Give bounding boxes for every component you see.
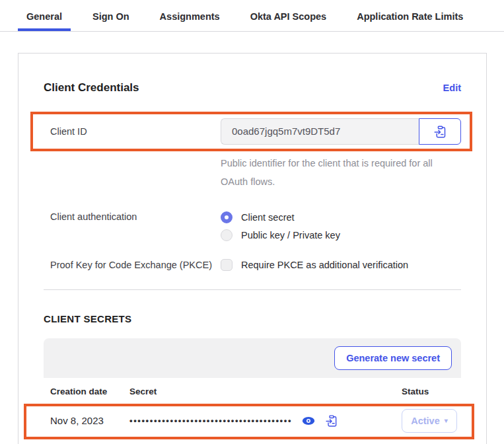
tab-bar: General Sign On Assignments Okta API Sco…: [0, 0, 504, 32]
tab-general[interactable]: General: [18, 11, 71, 31]
generate-new-secret-button[interactable]: Generate new secret: [334, 346, 452, 370]
pkce-row: Proof Key for Code Exchange (PKCE) Requi…: [44, 259, 461, 271]
radio-client-secret-label: Client secret: [241, 212, 295, 223]
radio-public-private-key-label: Public key / Private key: [241, 230, 340, 240]
clipboard-copy-icon: [325, 414, 338, 427]
client-id-field-group: 0oad67jgq5m7vt9DT5d7: [221, 118, 461, 145]
page-title: Client Credentials: [44, 81, 139, 94]
status-cell: Active ▾: [402, 409, 461, 433]
client-id-value-field[interactable]: 0oad67jgq5m7vt9DT5d7: [221, 118, 419, 145]
column-secret: Secret: [129, 387, 402, 396]
eye-icon: [302, 416, 315, 426]
radio-client-secret[interactable]: Client secret: [221, 211, 461, 223]
client-authentication-label: Client authentication: [50, 211, 221, 222]
caret-down-icon: ▾: [445, 418, 448, 424]
pkce-label: Proof Key for Code Exchange (PKCE): [50, 260, 221, 270]
client-id-help-text: Public identifier for the client that is…: [221, 154, 461, 192]
client-credentials-card: Client Credentials Edit Client ID 0oad67…: [18, 53, 487, 444]
card-header: Client Credentials Edit: [44, 81, 461, 94]
client-id-label: Client ID: [50, 126, 221, 137]
checkbox-unchecked-icon[interactable]: [221, 259, 233, 271]
table-header-row: Creation date Secret Status: [44, 378, 461, 406]
radio-unselected-icon[interactable]: [221, 229, 233, 241]
pkce-checkbox-option[interactable]: Require PKCE as additional verification: [221, 259, 461, 271]
pkce-checkbox-label: Require PKCE as additional verification: [241, 260, 408, 270]
secrets-toolbar: Generate new secret: [44, 338, 461, 378]
masked-secret-value: ••••••••••••••••••••••••••••••••••••••••: [129, 416, 292, 426]
table-row: Nov 8, 2023 ••••••••••••••••••••••••••••…: [44, 406, 461, 436]
status-badge: Active: [411, 416, 440, 426]
column-status: Status: [402, 387, 461, 396]
tab-application-rate-limits[interactable]: Application Rate Limits: [348, 11, 472, 31]
clipboard-copy-icon: [433, 125, 447, 139]
client-id-row: Client ID 0oad67jgq5m7vt9DT5d7: [44, 118, 461, 145]
tab-sign-on[interactable]: Sign On: [84, 11, 138, 31]
client-id-help-row: Public identifier for the client that is…: [44, 154, 461, 192]
creation-date-cell: Nov 8, 2023: [50, 415, 129, 426]
copy-secret-button[interactable]: [325, 414, 338, 427]
column-creation-date: Creation date: [50, 387, 129, 396]
section-divider: [44, 289, 461, 290]
tab-okta-api-scopes[interactable]: Okta API Scopes: [242, 11, 336, 31]
secret-cell: ••••••••••••••••••••••••••••••••••••••••: [129, 414, 402, 427]
copy-client-id-button[interactable]: [419, 118, 461, 145]
client-secrets-table: Generate new secret Creation date Secret…: [44, 338, 461, 436]
tab-assignments[interactable]: Assignments: [151, 11, 229, 31]
radio-public-private-key[interactable]: Public key / Private key: [221, 229, 461, 241]
radio-selected-icon[interactable]: [221, 211, 233, 223]
reveal-secret-button[interactable]: [302, 416, 315, 426]
client-authentication-options: Client secret Public key / Private key: [221, 211, 461, 241]
client-secrets-heading: CLIENT SECRETS: [44, 313, 461, 324]
status-dropdown-button[interactable]: Active ▾: [402, 409, 457, 433]
client-authentication-row: Client authentication Client secret Publ…: [44, 211, 461, 241]
edit-link[interactable]: Edit: [443, 83, 461, 93]
